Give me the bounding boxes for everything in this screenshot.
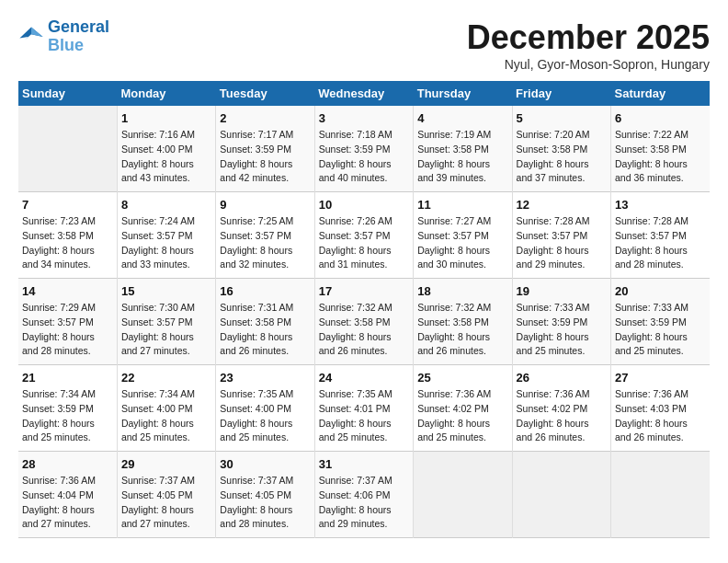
day-info: Sunrise: 7:22 AMSunset: 3:58 PMDaylight:… (615, 128, 706, 186)
day-number: 12 (517, 198, 607, 212)
day-cell: 25 Sunrise: 7:36 AMSunset: 4:02 PMDaylig… (414, 365, 512, 452)
day-cell: 17 Sunrise: 7:32 AMSunset: 3:58 PMDaylig… (314, 279, 413, 365)
day-number: 22 (121, 371, 211, 385)
day-cell: 19 Sunrise: 7:33 AMSunset: 3:59 PMDaylig… (512, 279, 610, 365)
day-info: Sunrise: 7:28 AMSunset: 3:57 PMDaylight:… (615, 214, 706, 272)
header-cell-sunday: Sunday (18, 81, 117, 106)
day-info: Sunrise: 7:33 AMSunset: 3:59 PMDaylight:… (517, 301, 607, 359)
day-info: Sunrise: 7:28 AMSunset: 3:57 PMDaylight:… (517, 214, 607, 272)
day-number: 21 (22, 371, 113, 385)
header-cell-wednesday: Wednesday (314, 81, 413, 106)
day-info: Sunrise: 7:25 AMSunset: 3:57 PMDaylight:… (220, 214, 310, 272)
day-cell: 12 Sunrise: 7:28 AMSunset: 3:57 PMDaylig… (512, 192, 610, 279)
day-info: Sunrise: 7:36 AMSunset: 4:04 PMDaylight:… (22, 474, 113, 532)
day-cell (18, 106, 117, 192)
day-number: 26 (517, 371, 607, 385)
day-number: 28 (22, 457, 113, 471)
day-number: 5 (517, 111, 607, 125)
day-number: 31 (319, 457, 409, 471)
day-cell (611, 452, 710, 538)
day-number: 7 (22, 198, 113, 212)
day-cell: 3 Sunrise: 7:18 AMSunset: 3:59 PMDayligh… (314, 106, 413, 192)
day-cell (414, 452, 512, 538)
day-info: Sunrise: 7:24 AMSunset: 3:57 PMDaylight:… (121, 214, 211, 272)
day-cell: 8 Sunrise: 7:24 AMSunset: 3:57 PMDayligh… (117, 192, 215, 279)
month-title: December 2025 (467, 18, 710, 57)
calendar-table: SundayMondayTuesdayWednesdayThursdayFrid… (18, 81, 710, 538)
week-row-5: 28 Sunrise: 7:36 AMSunset: 4:04 PMDaylig… (18, 452, 710, 538)
header-cell-thursday: Thursday (414, 81, 512, 106)
day-number: 14 (22, 284, 113, 298)
svg-marker-1 (31, 27, 43, 37)
day-number: 15 (121, 284, 211, 298)
day-number: 13 (615, 198, 706, 212)
day-info: Sunrise: 7:27 AMSunset: 3:57 PMDaylight:… (417, 214, 507, 272)
logo-line2: Blue (48, 36, 84, 54)
day-cell: 24 Sunrise: 7:35 AMSunset: 4:01 PMDaylig… (314, 365, 413, 452)
day-info: Sunrise: 7:29 AMSunset: 3:57 PMDaylight:… (22, 301, 113, 359)
day-info: Sunrise: 7:34 AMSunset: 3:59 PMDaylight:… (22, 387, 113, 445)
day-number: 2 (220, 111, 310, 125)
day-info: Sunrise: 7:35 AMSunset: 4:00 PMDaylight:… (220, 387, 310, 445)
day-cell (512, 452, 610, 538)
logo: General Blue (18, 18, 109, 55)
day-number: 19 (517, 284, 607, 298)
day-cell: 21 Sunrise: 7:34 AMSunset: 3:59 PMDaylig… (18, 365, 117, 452)
logo-line1: General (48, 17, 109, 36)
page-header: General Blue December 2025 Nyul, Gyor-Mo… (18, 18, 710, 72)
day-cell: 11 Sunrise: 7:27 AMSunset: 3:57 PMDaylig… (414, 192, 512, 279)
day-cell: 14 Sunrise: 7:29 AMSunset: 3:57 PMDaylig… (18, 279, 117, 365)
day-cell: 4 Sunrise: 7:19 AMSunset: 3:58 PMDayligh… (414, 106, 512, 192)
day-info: Sunrise: 7:33 AMSunset: 3:59 PMDaylight:… (615, 301, 706, 359)
day-info: Sunrise: 7:31 AMSunset: 3:58 PMDaylight:… (220, 301, 310, 359)
day-number: 18 (417, 284, 507, 298)
day-info: Sunrise: 7:19 AMSunset: 3:58 PMDaylight:… (417, 128, 507, 186)
day-number: 9 (220, 198, 310, 212)
day-cell: 26 Sunrise: 7:36 AMSunset: 4:02 PMDaylig… (512, 365, 610, 452)
day-cell: 16 Sunrise: 7:31 AMSunset: 3:58 PMDaylig… (216, 279, 314, 365)
day-cell: 10 Sunrise: 7:26 AMSunset: 3:57 PMDaylig… (314, 192, 413, 279)
day-cell: 7 Sunrise: 7:23 AMSunset: 3:58 PMDayligh… (18, 192, 117, 279)
day-info: Sunrise: 7:26 AMSunset: 3:57 PMDaylight:… (319, 214, 409, 272)
day-cell: 28 Sunrise: 7:36 AMSunset: 4:04 PMDaylig… (18, 452, 117, 538)
day-number: 8 (121, 198, 211, 212)
week-row-4: 21 Sunrise: 7:34 AMSunset: 3:59 PMDaylig… (18, 365, 710, 452)
day-cell: 6 Sunrise: 7:22 AMSunset: 3:58 PMDayligh… (611, 106, 710, 192)
day-number: 23 (220, 371, 310, 385)
day-info: Sunrise: 7:20 AMSunset: 3:58 PMDaylight:… (517, 128, 607, 186)
day-number: 10 (319, 198, 409, 212)
day-info: Sunrise: 7:16 AMSunset: 4:00 PMDaylight:… (121, 128, 211, 186)
day-cell: 5 Sunrise: 7:20 AMSunset: 3:58 PMDayligh… (512, 106, 610, 192)
day-cell: 29 Sunrise: 7:37 AMSunset: 4:05 PMDaylig… (117, 452, 215, 538)
day-info: Sunrise: 7:32 AMSunset: 3:58 PMDaylight:… (417, 301, 507, 359)
day-info: Sunrise: 7:30 AMSunset: 3:57 PMDaylight:… (121, 301, 211, 359)
day-info: Sunrise: 7:34 AMSunset: 4:00 PMDaylight:… (121, 387, 211, 445)
title-block: December 2025 Nyul, Gyor-Moson-Sopron, H… (467, 18, 710, 72)
day-number: 29 (121, 457, 211, 471)
day-number: 25 (417, 371, 507, 385)
header-cell-monday: Monday (117, 81, 215, 106)
header-cell-saturday: Saturday (611, 81, 710, 106)
day-info: Sunrise: 7:37 AMSunset: 4:05 PMDaylight:… (121, 474, 211, 532)
header-row: SundayMondayTuesdayWednesdayThursdayFrid… (18, 81, 710, 106)
header-cell-friday: Friday (512, 81, 610, 106)
day-cell: 18 Sunrise: 7:32 AMSunset: 3:58 PMDaylig… (414, 279, 512, 365)
day-info: Sunrise: 7:37 AMSunset: 4:06 PMDaylight:… (319, 474, 409, 532)
day-cell: 2 Sunrise: 7:17 AMSunset: 3:59 PMDayligh… (216, 106, 314, 192)
day-number: 17 (319, 284, 409, 298)
day-info: Sunrise: 7:17 AMSunset: 3:59 PMDaylight:… (220, 128, 310, 186)
day-cell: 9 Sunrise: 7:25 AMSunset: 3:57 PMDayligh… (216, 192, 314, 279)
day-cell: 23 Sunrise: 7:35 AMSunset: 4:00 PMDaylig… (216, 365, 314, 452)
week-row-2: 7 Sunrise: 7:23 AMSunset: 3:58 PMDayligh… (18, 192, 710, 279)
day-cell: 22 Sunrise: 7:34 AMSunset: 4:00 PMDaylig… (117, 365, 215, 452)
day-number: 1 (121, 111, 211, 125)
day-cell: 27 Sunrise: 7:36 AMSunset: 4:03 PMDaylig… (611, 365, 710, 452)
day-info: Sunrise: 7:23 AMSunset: 3:58 PMDaylight:… (22, 214, 113, 272)
day-number: 6 (615, 111, 706, 125)
day-number: 16 (220, 284, 310, 298)
day-number: 30 (220, 457, 310, 471)
day-info: Sunrise: 7:36 AMSunset: 4:02 PMDaylight:… (517, 387, 607, 445)
day-cell: 1 Sunrise: 7:16 AMSunset: 4:00 PMDayligh… (117, 106, 215, 192)
day-cell: 13 Sunrise: 7:28 AMSunset: 3:57 PMDaylig… (611, 192, 710, 279)
week-row-3: 14 Sunrise: 7:29 AMSunset: 3:57 PMDaylig… (18, 279, 710, 365)
